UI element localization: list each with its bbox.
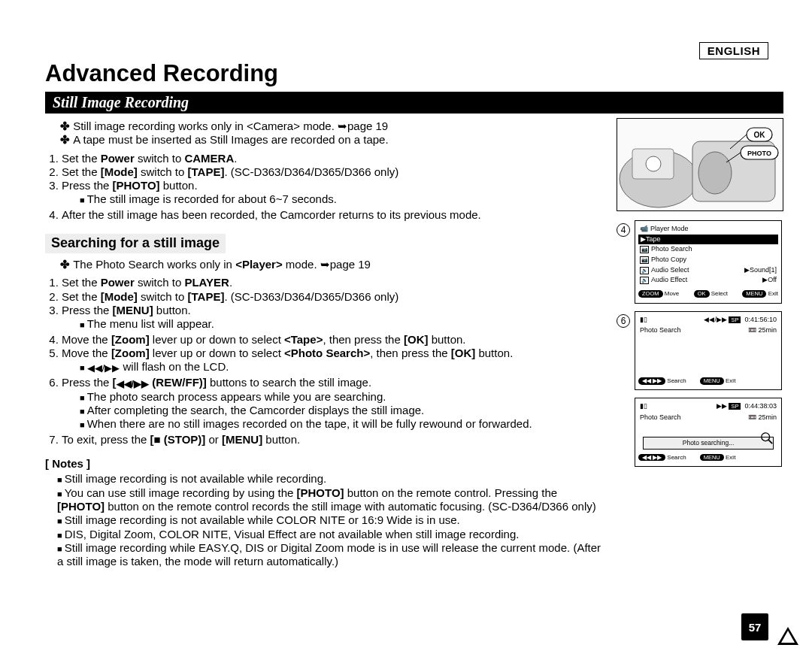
rewff-icon: ◀◀/▶▶ (704, 316, 727, 323)
main-text-column: Still image recording works only in <Cam… (45, 118, 607, 573)
magnifier-icon (760, 431, 774, 445)
lcd-search-screen: ▮▯ ◀◀/▶▶ SP 0:41:56:10 Photo Search 📼 25… (635, 311, 782, 391)
battery-icon: ▮▯ (640, 316, 647, 325)
intro-line: A tape must be inserted as Still Images … (60, 133, 607, 147)
speaker-icon: 🔊 (640, 267, 649, 274)
menu-item: 📷 Photo Search (638, 244, 778, 255)
timecode: 0:41:56:10 (744, 316, 777, 323)
camera-illustration: OK PHOTO (617, 118, 783, 211)
note: Still image recording is not available w… (57, 472, 607, 486)
battery-icon: ▮▯ (640, 402, 647, 411)
tape-icon: 📼 (748, 413, 756, 421)
step: Move the [Zoom] lever up or down to sele… (62, 333, 607, 347)
intro-line: The Photo Search works only in <Player> … (60, 258, 607, 271)
note: You can use still image recording by usi… (57, 486, 607, 514)
camcorder-icon: 📹 (640, 225, 648, 234)
lcd-mode-title: Photo Search (640, 413, 681, 422)
svg-point-2 (698, 152, 732, 194)
intro-line: Still image recording works only in <Cam… (60, 120, 607, 133)
substep: The menu list will appear. (80, 317, 607, 331)
substep: ◀◀/▶▶ will flash on the LCD. (80, 360, 607, 374)
sp-badge: SP (729, 403, 741, 410)
step: Set the Power switch to CAMERA. (62, 152, 607, 165)
subsection-heading: Searching for a still image (45, 234, 226, 253)
substep: After completing the search, the Camcord… (80, 404, 607, 417)
step: Set the [Mode] switch to [TAPE]. (SC-D36… (62, 165, 607, 179)
step: Press the [MENU] button. The menu list w… (62, 304, 607, 331)
note: DIS, Digital Zoom, COLOR NITE, Visual Ef… (57, 528, 607, 541)
camera-icon: 📷 (640, 246, 649, 253)
substep: The photo search process appears while y… (80, 390, 607, 404)
rewff-pill: ◀◀ ▶▶ (638, 377, 665, 385)
svg-text:OK: OK (754, 131, 766, 139)
notes-heading: [ Notes ] (45, 457, 607, 471)
lcd-menu-screen: 📹 Player Mode ▶Tape 📷 Photo Search 📷 Pho… (635, 220, 782, 304)
step: Move the [Zoom] lever up or down to sele… (62, 347, 607, 374)
step: To exit, press the [■ (STOP)] or [MENU] … (62, 433, 607, 447)
menu-item: 🔊 Audio Select ▶Sound[1] (638, 265, 778, 276)
step: Press the [PHOTO] button. The still imag… (62, 179, 607, 207)
menu-item: 📷 Photo Copy (638, 255, 778, 265)
remaining-time: 25min (758, 326, 777, 334)
svg-text:PHOTO: PHOTO (747, 150, 771, 157)
substep: The still image is recorded for about 6~… (80, 192, 607, 206)
searching-message: Photo searching... (643, 437, 774, 450)
step: Set the Power switch to PLAYER. (62, 276, 607, 289)
lcd-searching-screen: ▮▯ ▶▶ SP 0:44:38:03 Photo Search 📼 25min… (635, 398, 782, 467)
language-badge: ENGLISH (699, 42, 768, 59)
tape-icon: 📼 (748, 326, 756, 334)
rewff-pill: ◀◀ ▶▶ (638, 454, 665, 462)
illustration-column: OK PHOTO 4 📹 Player Mode ▶Tape 📷 Phot (617, 118, 783, 474)
page-number: 57 (741, 613, 768, 640)
step: Press the [◀◀/▶▶ (REW/FF)] buttons to se… (62, 376, 607, 431)
menu-item: 🔊 Audio Effect ▶Off (638, 275, 778, 286)
sp-badge: SP (729, 316, 741, 323)
page-title: Advanced Recording (45, 60, 783, 87)
note: Still image recording is not available w… (57, 513, 607, 527)
substep: When there are no still images recorded … (80, 417, 607, 431)
camera-icon: 📷 (640, 256, 649, 264)
remaining-time: 25min (758, 413, 777, 421)
timecode: 0:44:38:03 (744, 402, 777, 410)
svg-point-4 (646, 156, 661, 171)
section-heading: Still Image Recording (45, 92, 783, 114)
ff-icon: ▶▶ (717, 402, 727, 410)
lcd-title: Player Mode (650, 225, 689, 234)
step-marker-6: 6 (617, 314, 630, 328)
step-marker-4: 4 (617, 223, 630, 237)
note: Still image recording while EASY.Q, DIS … (57, 541, 607, 569)
step: After the still image has been recorded,… (62, 208, 607, 222)
speaker-icon: 🔊 (640, 277, 649, 284)
svg-line-12 (768, 440, 772, 443)
corner-triangle-icon-inner (781, 631, 795, 643)
lcd-mode-title: Photo Search (640, 326, 681, 335)
menu-item-tape: ▶Tape (638, 235, 778, 245)
step: Set the [Mode] switch to [TAPE]. (SC-D36… (62, 290, 607, 304)
